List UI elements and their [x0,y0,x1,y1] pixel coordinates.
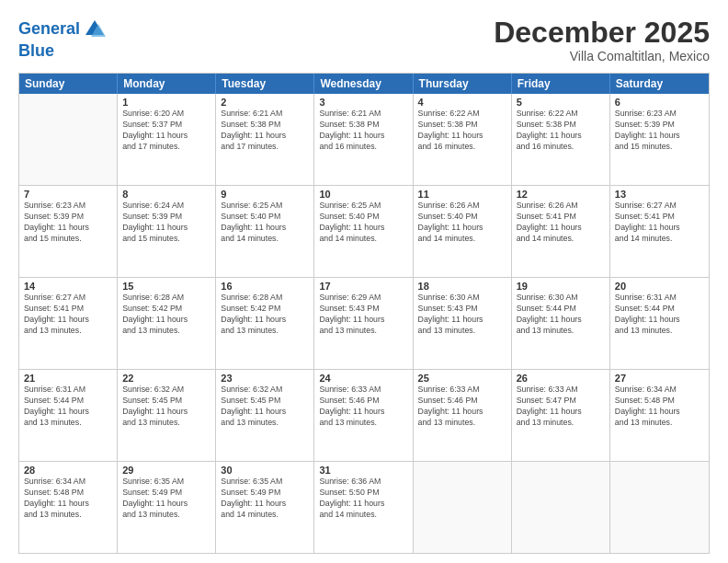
day-info: Sunrise: 6:23 AMSunset: 5:39 PMDaylight:… [615,109,704,153]
day-info: Sunrise: 6:20 AMSunset: 5:37 PMDaylight:… [122,109,210,153]
logo-icon [82,17,108,42]
day-number: 31 [319,465,407,476]
calendar-cell: 15Sunrise: 6:28 AMSunset: 5:42 PMDayligh… [118,278,216,369]
calendar-cell: 4Sunrise: 6:22 AMSunset: 5:38 PMDaylight… [414,94,512,185]
day-info: Sunrise: 6:23 AMSunset: 5:39 PMDaylight:… [24,201,112,245]
header-day-monday: Monday [118,74,216,94]
header-day-friday: Friday [512,74,610,94]
day-number: 30 [221,465,309,476]
day-info: Sunrise: 6:22 AMSunset: 5:38 PMDaylight:… [418,109,506,153]
day-info: Sunrise: 6:26 AMSunset: 5:41 PMDaylight:… [517,201,605,245]
day-number: 12 [517,189,605,200]
day-number: 5 [517,97,605,108]
day-number: 23 [221,373,309,384]
day-number: 25 [418,373,506,384]
calendar-cell: 7Sunrise: 6:23 AMSunset: 5:39 PMDaylight… [19,186,118,277]
day-info: Sunrise: 6:25 AMSunset: 5:40 PMDaylight:… [319,201,407,245]
calendar-cell: 23Sunrise: 6:32 AMSunset: 5:45 PMDayligh… [216,370,314,461]
day-info: Sunrise: 6:27 AMSunset: 5:41 PMDaylight:… [615,201,704,245]
day-info: Sunrise: 6:22 AMSunset: 5:38 PMDaylight:… [517,109,605,153]
logo-text-line1: General [18,20,80,39]
calendar-cell: 9Sunrise: 6:25 AMSunset: 5:40 PMDaylight… [216,186,314,277]
calendar-cell: 12Sunrise: 6:26 AMSunset: 5:41 PMDayligh… [512,186,610,277]
day-info: Sunrise: 6:30 AMSunset: 5:43 PMDaylight:… [418,293,506,337]
day-number: 17 [319,281,407,292]
day-number: 7 [24,189,112,200]
day-number: 22 [122,373,210,384]
day-number: 27 [615,373,704,384]
day-info: Sunrise: 6:34 AMSunset: 5:48 PMDaylight:… [615,385,704,429]
day-info: Sunrise: 6:34 AMSunset: 5:48 PMDaylight:… [24,477,112,521]
subtitle: Villa Comaltitlan, Mexico [494,49,710,63]
calendar-cell: 19Sunrise: 6:30 AMSunset: 5:44 PMDayligh… [512,278,610,369]
day-info: Sunrise: 6:29 AMSunset: 5:43 PMDaylight:… [319,293,407,337]
calendar-cell: 1Sunrise: 6:20 AMSunset: 5:37 PMDaylight… [118,94,216,185]
day-number: 13 [615,189,704,200]
day-info: Sunrise: 6:33 AMSunset: 5:47 PMDaylight:… [517,385,605,429]
calendar-cell: 3Sunrise: 6:21 AMSunset: 5:38 PMDaylight… [314,94,413,185]
day-info: Sunrise: 6:31 AMSunset: 5:44 PMDaylight:… [615,293,704,337]
calendar: SundayMondayTuesdayWednesdayThursdayFrid… [18,73,710,554]
calendar-row-5: 28Sunrise: 6:34 AMSunset: 5:48 PMDayligh… [19,462,709,553]
calendar-cell: 30Sunrise: 6:35 AMSunset: 5:49 PMDayligh… [216,462,314,553]
calendar-cell: 26Sunrise: 6:33 AMSunset: 5:47 PMDayligh… [512,370,610,461]
calendar-cell: 28Sunrise: 6:34 AMSunset: 5:48 PMDayligh… [19,462,118,553]
calendar-header: SundayMondayTuesdayWednesdayThursdayFrid… [19,74,709,94]
calendar-row-2: 7Sunrise: 6:23 AMSunset: 5:39 PMDaylight… [19,186,709,278]
calendar-cell [610,462,709,553]
day-number: 3 [319,97,407,108]
day-info: Sunrise: 6:32 AMSunset: 5:45 PMDaylight:… [122,385,210,429]
header-day-tuesday: Tuesday [216,74,314,94]
day-number: 1 [122,97,210,108]
calendar-cell: 25Sunrise: 6:33 AMSunset: 5:46 PMDayligh… [414,370,512,461]
calendar-cell: 11Sunrise: 6:26 AMSunset: 5:40 PMDayligh… [414,186,512,277]
day-info: Sunrise: 6:27 AMSunset: 5:41 PMDaylight:… [24,293,112,337]
title-block: December 2025 Villa Comaltitlan, Mexico [494,17,710,63]
calendar-cell: 13Sunrise: 6:27 AMSunset: 5:41 PMDayligh… [610,186,709,277]
day-number: 6 [615,97,704,108]
day-info: Sunrise: 6:24 AMSunset: 5:39 PMDaylight:… [122,201,210,245]
day-number: 28 [24,465,112,476]
day-info: Sunrise: 6:28 AMSunset: 5:42 PMDaylight:… [221,293,309,337]
calendar-cell [19,94,118,185]
calendar-cell: 8Sunrise: 6:24 AMSunset: 5:39 PMDaylight… [118,186,216,277]
day-info: Sunrise: 6:31 AMSunset: 5:44 PMDaylight:… [24,385,112,429]
day-number: 11 [418,189,506,200]
calendar-cell [414,462,512,553]
day-number: 21 [24,373,112,384]
calendar-row-1: 1Sunrise: 6:20 AMSunset: 5:37 PMDaylight… [19,94,709,186]
day-info: Sunrise: 6:32 AMSunset: 5:45 PMDaylight:… [221,385,309,429]
day-info: Sunrise: 6:35 AMSunset: 5:49 PMDaylight:… [221,477,309,521]
page: General Blue December 2025 Villa Comalti… [0,0,728,563]
day-number: 20 [615,281,704,292]
calendar-cell: 10Sunrise: 6:25 AMSunset: 5:40 PMDayligh… [314,186,413,277]
calendar-cell: 2Sunrise: 6:21 AMSunset: 5:38 PMDaylight… [216,94,314,185]
day-info: Sunrise: 6:25 AMSunset: 5:40 PMDaylight:… [221,201,309,245]
day-info: Sunrise: 6:28 AMSunset: 5:42 PMDaylight:… [122,293,210,337]
day-number: 9 [221,189,309,200]
calendar-cell: 20Sunrise: 6:31 AMSunset: 5:44 PMDayligh… [610,278,709,369]
day-number: 2 [221,97,309,108]
day-info: Sunrise: 6:21 AMSunset: 5:38 PMDaylight:… [319,109,407,153]
calendar-cell: 31Sunrise: 6:36 AMSunset: 5:50 PMDayligh… [314,462,413,553]
header-day-wednesday: Wednesday [314,74,413,94]
header-day-sunday: Sunday [19,74,118,94]
day-info: Sunrise: 6:30 AMSunset: 5:44 PMDaylight:… [517,293,605,337]
day-number: 16 [221,281,309,292]
logo: General Blue [18,17,108,61]
header-day-saturday: Saturday [610,74,709,94]
main-title: December 2025 [494,17,710,49]
header-day-thursday: Thursday [414,74,512,94]
calendar-cell: 16Sunrise: 6:28 AMSunset: 5:42 PMDayligh… [216,278,314,369]
calendar-cell: 21Sunrise: 6:31 AMSunset: 5:44 PMDayligh… [19,370,118,461]
calendar-cell: 24Sunrise: 6:33 AMSunset: 5:46 PMDayligh… [314,370,413,461]
day-info: Sunrise: 6:26 AMSunset: 5:40 PMDaylight:… [418,201,506,245]
calendar-body: 1Sunrise: 6:20 AMSunset: 5:37 PMDaylight… [19,94,709,553]
day-number: 18 [418,281,506,292]
calendar-row-4: 21Sunrise: 6:31 AMSunset: 5:44 PMDayligh… [19,370,709,462]
calendar-cell: 17Sunrise: 6:29 AMSunset: 5:43 PMDayligh… [314,278,413,369]
calendar-cell [512,462,610,553]
day-number: 19 [517,281,605,292]
calendar-row-3: 14Sunrise: 6:27 AMSunset: 5:41 PMDayligh… [19,278,709,370]
logo-text-line2: Blue [18,41,54,60]
